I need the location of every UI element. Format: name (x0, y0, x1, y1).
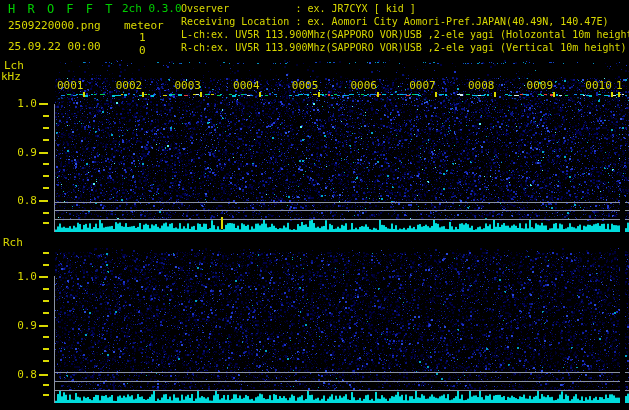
time-label: 0008 (468, 80, 495, 92)
time-label: 0002 (116, 80, 143, 92)
lch-reference-line-2 (55, 210, 620, 211)
freq-major-tick (39, 103, 48, 105)
info-line-lch-rig: L-ch:ex. UV5R 113.900Mhz(SAPPORO VOR)USB… (181, 29, 629, 40)
spectrogram-noise-canvas (0, 0, 629, 410)
time-label: 0007 (409, 80, 436, 92)
time-tick (494, 92, 496, 97)
meteor-count-rch: 0 (139, 45, 146, 57)
freq-minor-tick (43, 115, 49, 117)
freq-minor-tick (43, 336, 49, 338)
meteor-count-lch: 1 (139, 32, 146, 44)
time-tick (83, 92, 85, 97)
freq-minor-tick (43, 384, 49, 386)
freq-minor-tick (43, 252, 49, 254)
output-filename: 2509220000.png (8, 20, 101, 32)
freq-minor-tick (43, 300, 49, 302)
time-tick (611, 92, 613, 97)
freq-minor-tick (43, 163, 49, 165)
info-line-observer: Ovserver : ex. JR7CYX [ kid ] (181, 3, 416, 14)
lch-axis-unit: kHz (1, 71, 21, 83)
freq-major-tick (39, 325, 48, 327)
rch-axis-line (54, 276, 55, 403)
time-tick (618, 92, 620, 97)
rch-reference-line-1 (55, 372, 620, 373)
time-label: 0001 (57, 80, 84, 92)
time-label: 0009 (527, 80, 554, 92)
freq-minor-tick (43, 288, 49, 290)
freq-major-tick (39, 152, 48, 154)
freq-tick-label: 1.0 (10, 97, 37, 110)
lch-reference-line-1 (55, 202, 620, 203)
version-label: 2ch 0.3.0 (122, 3, 182, 15)
datetime-label: 25.09.22 00:00 (8, 41, 101, 53)
time-label: 0005 (292, 80, 319, 92)
time-tick (435, 92, 437, 97)
freq-minor-tick (43, 312, 49, 314)
freq-tick-label: 1.0 (10, 270, 37, 283)
freq-major-tick (39, 200, 48, 202)
freq-minor-tick (43, 222, 49, 224)
freq-minor-tick (43, 175, 49, 177)
time-label: 0006 (351, 80, 378, 92)
info-line-location: Receiving Location : ex. Aomori City Aom… (181, 16, 608, 27)
freq-minor-tick (43, 360, 49, 362)
time-tick (377, 92, 379, 97)
time-tick (200, 92, 202, 97)
info-line-rch-rig: R-ch:ex. UV5R 113.900Mhz(SAPPORO VOR)USB… (181, 42, 627, 53)
freq-minor-tick (43, 264, 49, 266)
app-title: H R O F F T (8, 3, 115, 16)
freq-tick-label: 0.8 (10, 368, 37, 381)
time-label: 0010 (585, 80, 612, 92)
time-label: 0003 (174, 80, 201, 92)
rch-reference-line-3 (55, 390, 620, 391)
lch-reference-line-3 (55, 219, 620, 220)
time-label-partial: 1 0 (616, 80, 629, 92)
time-label: 0004 (233, 80, 260, 92)
freq-minor-tick (43, 139, 49, 141)
freq-minor-tick (43, 212, 49, 214)
time-tick (142, 92, 144, 97)
rch-reference-line-2 (55, 381, 620, 382)
freq-minor-tick (43, 187, 49, 189)
freq-major-tick (39, 276, 48, 278)
freq-minor-tick (43, 394, 49, 396)
freq-tick-label: 0.8 (10, 194, 37, 207)
freq-tick-label: 0.9 (10, 146, 37, 159)
time-tick (259, 92, 261, 97)
time-tick (553, 92, 555, 97)
freq-tick-label: 0.9 (10, 319, 37, 332)
freq-major-tick (39, 374, 48, 376)
lch-axis-line (54, 104, 55, 232)
meteor-echo-marker (221, 217, 223, 229)
time-tick (318, 92, 320, 97)
freq-minor-tick (43, 127, 49, 129)
hrofft-output-screen: H R O F F T 2ch 0.3.0 2509220000.png met… (0, 0, 629, 410)
rch-channel-label: Rch (3, 237, 23, 249)
freq-minor-tick (43, 348, 49, 350)
